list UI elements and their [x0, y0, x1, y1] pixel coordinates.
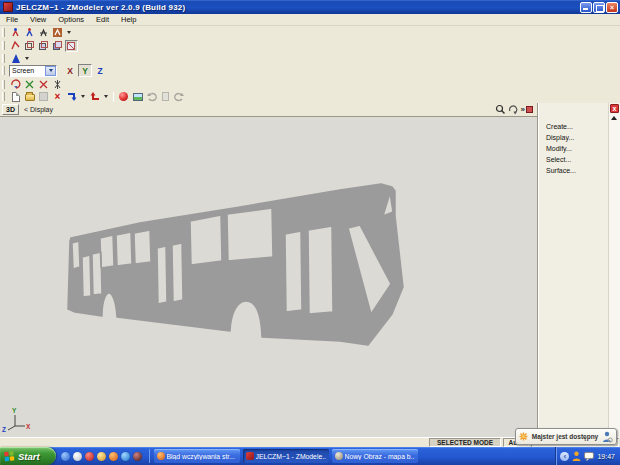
combo-dropdown-icon[interactable] — [45, 66, 56, 76]
axis-gizmo: Y X Z — [2, 406, 32, 434]
open-file-icon[interactable] — [23, 91, 36, 103]
toolbar-grip[interactable] — [2, 66, 5, 75]
gizmo-y-label: Y — [12, 407, 17, 414]
axis-x-button[interactable]: X — [63, 64, 77, 77]
gg-notification-balloon[interactable]: Majster jest dostępny — [515, 428, 617, 445]
export-icon[interactable] — [88, 91, 101, 103]
panel-scroll-strip: x — [608, 103, 620, 437]
start-label: Start — [18, 451, 40, 462]
object-mode-icon[interactable] — [51, 27, 64, 39]
start-button[interactable]: Start — [0, 447, 56, 465]
scale-tool-icon[interactable] — [37, 79, 50, 91]
task-firefox-error[interactable]: Błąd wczytywania str... — [154, 449, 240, 463]
restore-button[interactable] — [593, 2, 605, 13]
task-zmodeler[interactable]: JELCZM~1 - ZModele... — [243, 449, 329, 463]
titlebar: JELCZM~1 - ZModeler ver 2.0.9 (Build 932… — [0, 0, 620, 14]
import-icon[interactable] — [65, 91, 78, 103]
axis-y-button[interactable]: Y — [78, 64, 92, 77]
axis-z-button[interactable]: Z — [93, 64, 107, 77]
gadu-gadu-icon[interactable] — [97, 452, 106, 461]
task-label: JELCZM~1 - ZModele... — [256, 453, 326, 460]
bus-silhouette[interactable] — [68, 184, 403, 345]
coordinate-space-value: Screen — [12, 67, 34, 74]
gimp-task-icon — [335, 452, 343, 460]
toolbar-grip[interactable] — [2, 54, 5, 63]
panel-item-select[interactable]: Select... — [546, 154, 576, 165]
tab-3d[interactable]: 3D — [2, 104, 19, 115]
mode-dropdown-icon[interactable] — [67, 31, 71, 34]
firefox-icon[interactable] — [109, 452, 118, 461]
show-desktop-icon[interactable] — [73, 452, 82, 461]
wireframe-view-icon[interactable] — [9, 40, 22, 52]
panel-item-surface[interactable]: Surface... — [546, 165, 576, 176]
tray-chevron-icon[interactable]: ‹ — [560, 452, 569, 461]
panel-item-display[interactable]: Display... — [546, 132, 576, 143]
rotate-tool-icon[interactable] — [9, 79, 22, 91]
task-gimp-image[interactable]: Nowy Obraz - mapa b... — [332, 449, 418, 463]
undo-icon[interactable] — [145, 91, 158, 103]
browser-globe-icon[interactable] — [121, 452, 130, 461]
gizmo-z-label: Z — [2, 426, 6, 433]
panel-item-create[interactable]: Create... — [546, 121, 576, 132]
toolbar-grip[interactable] — [2, 28, 5, 37]
cone-dropdown-icon[interactable] — [25, 57, 29, 60]
quick-launch — [56, 452, 147, 461]
viewport-mode-icon[interactable] — [526, 106, 533, 113]
viewport-3d[interactable]: Y X Z — [0, 116, 537, 437]
paste-icon[interactable] — [159, 91, 172, 103]
menu-view[interactable]: View — [24, 15, 52, 24]
edge-mode-icon[interactable] — [23, 27, 36, 39]
toolbar-file: × — [0, 90, 186, 103]
panel-close-icon[interactable]: x — [610, 104, 619, 113]
windows-flag-icon — [4, 451, 15, 462]
firefox-task-icon — [157, 452, 165, 460]
tray-message-icon[interactable] — [584, 452, 594, 461]
view-mode-label[interactable]: < Display — [24, 106, 53, 113]
render-icon[interactable] — [117, 91, 130, 103]
cube-solid-view-icon[interactable] — [37, 40, 50, 52]
new-file-icon[interactable] — [9, 91, 22, 103]
coordinate-space-select[interactable]: Screen — [9, 65, 57, 77]
cube-textured-view-icon[interactable] — [65, 40, 78, 52]
gg-sun-icon — [519, 432, 528, 441]
cube-view-icon[interactable] — [23, 40, 36, 52]
cube-shaded-view-icon[interactable] — [51, 40, 64, 52]
toolbar-modes — [0, 26, 73, 39]
vertex-mode-icon[interactable] — [9, 27, 22, 39]
toolbar-grip[interactable] — [2, 80, 5, 89]
gg-contact-icon — [602, 431, 613, 443]
internet-explorer-icon[interactable] — [61, 452, 70, 461]
menu-bar: File View Options Edit Help — [0, 14, 620, 26]
mirror-tool-icon[interactable] — [51, 79, 64, 91]
media-player-icon[interactable] — [133, 452, 142, 461]
move-tool-icon[interactable] — [23, 79, 36, 91]
save-file-icon[interactable] — [37, 91, 50, 103]
desktop: JELCZM~1 - ZModeler ver 2.0.9 (Build 932… — [0, 0, 620, 465]
export-dropdown-icon[interactable] — [104, 95, 108, 98]
toolbar-grip[interactable] — [2, 92, 5, 101]
tray-gg-user-icon[interactable] — [572, 451, 581, 461]
toolbar-views — [0, 39, 78, 52]
import-dropdown-icon[interactable] — [81, 95, 85, 98]
zmodeler-app-icon — [3, 2, 13, 12]
menu-file[interactable]: File — [0, 15, 24, 24]
gizmo-x-label: X — [26, 423, 31, 430]
cone-tool-icon[interactable] — [9, 53, 22, 65]
redo-icon[interactable] — [173, 91, 186, 103]
menu-help[interactable]: Help — [115, 15, 142, 24]
tray-clock[interactable]: 19:47 — [597, 453, 615, 460]
delete-icon[interactable]: × — [51, 91, 64, 103]
screenshot-icon[interactable] — [131, 91, 144, 103]
panel-scroll-up-icon[interactable] — [611, 116, 617, 120]
close-button[interactable]: × — [606, 2, 618, 13]
zmodeler-task-icon — [246, 452, 254, 460]
toolbar-grip[interactable] — [2, 41, 5, 50]
face-mode-icon[interactable] — [37, 27, 50, 39]
menu-edit[interactable]: Edit — [90, 15, 115, 24]
menu-options[interactable]: Options — [52, 15, 90, 24]
notification-text: Majster jest dostępny — [528, 433, 602, 440]
minimize-button[interactable] — [580, 2, 592, 13]
opera-icon[interactable] — [85, 452, 94, 461]
maximize-viewport-icon[interactable]: » — [521, 105, 524, 114]
panel-item-modify[interactable]: Modify... — [546, 143, 576, 154]
